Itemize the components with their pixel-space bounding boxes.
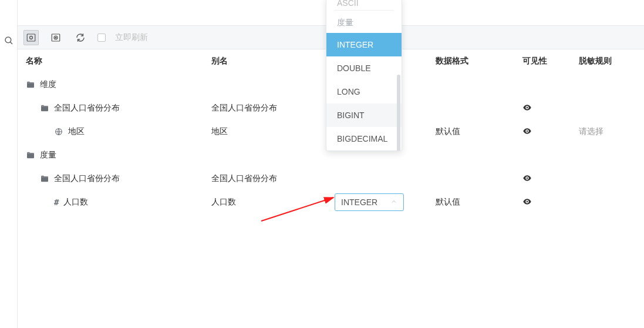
hash-icon: # xyxy=(54,198,59,207)
type-select-value: INTEGER xyxy=(341,198,377,207)
folder-icon xyxy=(40,174,49,183)
cell-alias: 人口数 xyxy=(211,197,335,207)
preview-button[interactable] xyxy=(48,30,63,45)
svg-point-11 xyxy=(527,200,528,202)
cell-alias: 全国人口省份分布 xyxy=(211,103,335,113)
section-label: 维度 xyxy=(40,79,56,90)
svg-point-0 xyxy=(5,37,11,43)
cell-alias: 地区 xyxy=(211,126,335,137)
table-row[interactable]: # 人口数 人口数 INTEGER 默认值 xyxy=(18,190,644,214)
type-select[interactable]: INTEGER xyxy=(335,193,404,211)
refresh-button[interactable] xyxy=(73,30,88,45)
type-dropdown: ASCII 度量 INTEGER DOUBLE LONG BIGINT BIGD… xyxy=(326,0,402,151)
group-label: 全国人口省份分布 xyxy=(54,103,120,113)
dropdown-separator xyxy=(335,10,393,11)
dropdown-item[interactable]: ASCII xyxy=(326,0,402,8)
column-header-rule: 脱敏规则 xyxy=(579,56,644,66)
cell-alias: 全国人口省份分布 xyxy=(211,173,335,184)
dropdown-scrollbar[interactable] xyxy=(397,75,400,150)
settings-panel-button[interactable] xyxy=(23,30,39,45)
search-icon[interactable] xyxy=(4,35,14,46)
svg-point-6 xyxy=(55,36,56,38)
dropdown-item[interactable]: BIGDECIMAL xyxy=(326,127,402,150)
column-header-vis: 可见性 xyxy=(522,56,579,66)
group-label: 全国人口省份分布 xyxy=(54,173,120,184)
auto-refresh-checkbox[interactable] xyxy=(97,34,106,42)
svg-point-9 xyxy=(527,130,528,132)
eye-icon[interactable] xyxy=(522,103,532,112)
folder-icon xyxy=(26,150,35,160)
globe-icon xyxy=(54,127,63,136)
column-header-name: 名称 xyxy=(26,56,211,66)
svg-line-1 xyxy=(10,42,12,44)
folder-icon xyxy=(26,80,35,89)
eye-icon[interactable] xyxy=(522,126,532,136)
dropdown-item[interactable]: DOUBLE xyxy=(326,56,402,80)
auto-refresh-label: 立即刷新 xyxy=(115,32,148,43)
dropdown-group-label: 度量 xyxy=(326,13,402,33)
svg-point-10 xyxy=(527,177,528,179)
cell-fmt: 默认值 xyxy=(436,197,522,207)
svg-point-7 xyxy=(527,106,528,108)
dropdown-item[interactable]: LONG xyxy=(326,80,402,103)
dropdown-item[interactable]: INTEGER xyxy=(326,33,402,56)
section-label: 度量 xyxy=(40,150,56,160)
field-label: 地区 xyxy=(68,126,85,137)
folder-icon xyxy=(40,103,49,113)
cell-rule[interactable]: 请选择 xyxy=(579,126,644,137)
eye-icon[interactable] xyxy=(522,173,532,183)
svg-rect-2 xyxy=(27,34,35,41)
cell-fmt: 默认值 xyxy=(436,126,522,137)
dropdown-item[interactable]: BIGINT xyxy=(326,103,402,127)
field-label: 人口数 xyxy=(63,197,88,207)
svg-point-3 xyxy=(30,36,33,39)
column-header-alias: 别名 xyxy=(211,56,335,66)
chevron-up-icon xyxy=(390,198,397,207)
column-header-fmt: 数据格式 xyxy=(436,56,522,66)
table-row[interactable]: 全国人口省份分布 全国人口省份分布 xyxy=(18,167,644,190)
eye-icon[interactable] xyxy=(522,197,532,206)
